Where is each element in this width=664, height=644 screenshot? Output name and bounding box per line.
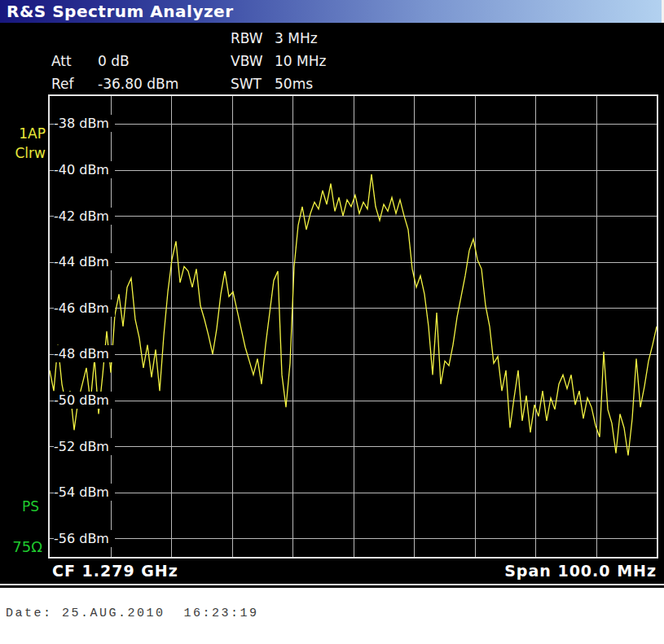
analyzer-screen: R&S Spectrum Analyzer RBW 3 MHz Att 0 dB… [0, 0, 664, 588]
y-axis-tick-label: -44 dBm [54, 253, 115, 270]
y-axis-tick-label: -38 dBm [54, 115, 115, 132]
vbw-label: VBW [231, 53, 275, 69]
y-axis-tick-label: -52 dBm [54, 438, 115, 455]
screen-bottom-border [0, 584, 664, 585]
center-frequency-readout: CF 1.279 GHz [52, 562, 178, 580]
date-timestamp: Date: 25.AUG.2010 16:23:19 [6, 607, 259, 620]
attenuation-setting: Att 0 dB [51, 53, 130, 69]
app-frame: R&S Spectrum Analyzer RBW 3 MHz Att 0 dB… [0, 0, 664, 644]
y-axis-tick-label: -48 dBm [54, 345, 115, 362]
window-title: R&S Spectrum Analyzer [7, 2, 234, 21]
rbw-label: RBW [231, 30, 275, 46]
title-bar: R&S Spectrum Analyzer [0, 0, 664, 23]
swt-value: 50ms [275, 76, 313, 92]
spectrum-plot [50, 96, 657, 557]
trace-mode-badge: Clrw [0, 145, 46, 161]
vbw-setting: VBW 10 MHz [231, 53, 326, 69]
vbw-value: 10 MHz [275, 53, 326, 69]
sweep-time-setting: SWT 50ms [231, 76, 313, 92]
ref-level-setting: Ref -36.80 dBm [51, 76, 178, 92]
preamp-status-badge: PS [0, 498, 46, 515]
y-axis-tick-label: -46 dBm [54, 300, 115, 317]
swt-label: SWT [231, 76, 275, 92]
y-axis-tick-label: -50 dBm [54, 392, 115, 409]
rbw-value: 3 MHz [275, 30, 318, 46]
y-axis-tick-label: -42 dBm [54, 208, 115, 225]
ref-value: -36.80 dBm [98, 76, 178, 92]
ref-label: Ref [51, 76, 98, 92]
trace-detector-badge: 1AP [0, 125, 46, 142]
y-axis-tick-label: -56 dBm [54, 530, 115, 547]
span-readout: Span 100.0 MHz [504, 562, 657, 580]
impedance-badge: 75Ω [0, 538, 46, 555]
att-label: Att [51, 53, 98, 69]
att-value: 0 dB [98, 53, 130, 69]
rbw-setting: RBW 3 MHz [231, 30, 318, 46]
y-axis-tick-label: -54 dBm [54, 484, 115, 501]
status-bar: Date: 25.AUG.2010 16:23:19 [0, 588, 664, 644]
graticule: -38 dBm-40 dBm-42 dBm-44 dBm-46 dBm-48 d… [48, 94, 658, 559]
y-axis-tick-label: -40 dBm [54, 161, 115, 178]
